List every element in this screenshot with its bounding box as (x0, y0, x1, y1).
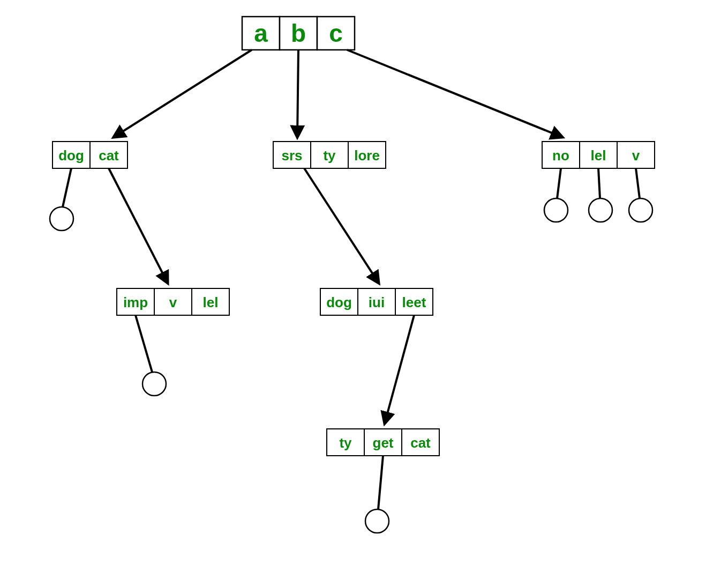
left-cell-0: dog (58, 147, 84, 164)
edge-leet-child (385, 315, 414, 424)
node-right: no lel v (542, 142, 655, 168)
leaf-right-v (629, 198, 652, 222)
mid-cell-1: ty (323, 147, 336, 164)
tgc-cell-2: cat (410, 435, 431, 451)
leaf-imp (142, 372, 166, 396)
tgc-cell-1: get (373, 435, 394, 451)
left-cell-1: cat (99, 147, 119, 164)
right-cell-2: v (632, 147, 640, 164)
node-root: a b c (242, 17, 355, 50)
edge-left-dog-leaf (63, 168, 71, 207)
right-cell-1: lel (591, 147, 606, 164)
tgc-cell-0: ty (339, 435, 352, 451)
ivl-cell-2: lel (203, 294, 219, 310)
edge-right-v-leaf (636, 168, 640, 198)
leaf-right-lel (589, 198, 612, 222)
edge-right-no-leaf (557, 168, 561, 198)
edge-left-cat-child (109, 168, 168, 283)
tree-diagram: a b c dog cat imp v lel srs ty lore (0, 0, 728, 579)
node-left: dog cat (52, 142, 127, 168)
ivl-cell-0: imp (123, 294, 148, 310)
node-imp-v-lel: imp v lel (117, 288, 229, 315)
mid-cell-0: srs (281, 147, 302, 164)
right-cell-0: no (552, 147, 569, 164)
root-cell-1: b (291, 19, 306, 47)
edge-right-lel-leaf (598, 168, 600, 198)
edge-srs-child (304, 168, 379, 283)
root-cell-0: a (254, 19, 268, 47)
dil-cell-2: leet (402, 294, 426, 310)
leaf-left-dog (50, 207, 73, 231)
node-dog-iui-leet: dog iui leet (320, 288, 433, 315)
mid-cell-2: lore (354, 147, 380, 164)
dil-cell-1: iui (369, 294, 385, 310)
leaf-get (365, 509, 389, 533)
edge-get-leaf (378, 456, 383, 509)
edge-imp-leaf (136, 315, 152, 372)
edge-root-to-left (114, 50, 252, 137)
leaf-right-no (544, 198, 568, 222)
root-cell-2: c (329, 19, 343, 47)
node-ty-get-cat: ty get cat (327, 429, 439, 456)
dil-cell-0: dog (326, 294, 352, 310)
edge-root-to-mid (297, 50, 298, 137)
node-mid: srs ty lore (273, 142, 386, 168)
edge-root-to-right (347, 50, 562, 137)
ivl-cell-1: v (169, 294, 177, 310)
